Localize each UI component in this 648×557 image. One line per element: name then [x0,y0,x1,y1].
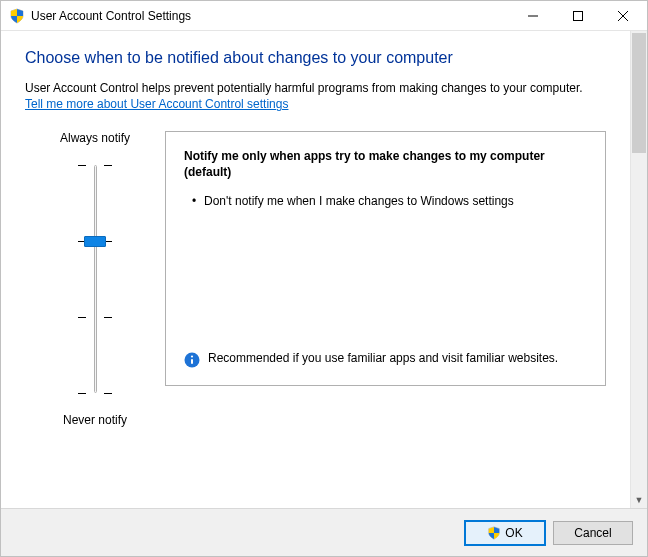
svg-rect-5 [191,359,193,364]
scroll-down-arrow-icon[interactable]: ▼ [631,491,647,508]
maximize-button[interactable] [555,1,600,30]
level-bullet-text: Don't notify me when I make changes to W… [204,194,514,208]
vertical-scrollbar[interactable]: ▲ ▼ [630,31,647,508]
button-strip: OK Cancel [1,508,647,556]
cancel-button-label: Cancel [574,526,611,540]
content-area: Choose when to be notified about changes… [1,31,630,508]
ok-button-label: OK [505,526,522,540]
scrollbar-thumb[interactable] [632,33,646,153]
bullet-icon: • [184,194,204,208]
shield-icon [487,526,501,540]
window-title: User Account Control Settings [31,9,510,23]
level-bullet: • Don't notify me when I make changes to… [184,194,587,208]
cancel-button[interactable]: Cancel [553,521,633,545]
slider-tick [78,393,86,394]
page-description: User Account Control helps prevent poten… [25,81,606,95]
shield-icon [9,8,25,24]
slider-groove [94,165,97,393]
slider-bottom-label: Never notify [63,413,127,427]
info-icon [184,352,200,371]
slider-thumb[interactable] [84,236,106,247]
settings-row: Always notify Never notify Notify me onl… [25,131,606,427]
window-controls [510,1,645,30]
svg-point-6 [191,355,193,357]
page-heading: Choose when to be notified about changes… [25,49,606,67]
slider-top-label: Always notify [60,131,130,145]
slider-column: Always notify Never notify [25,131,165,427]
notification-level-slider[interactable] [75,159,115,399]
slider-tick [104,393,112,394]
titlebar: User Account Control Settings [1,1,647,31]
slider-tick [78,317,86,318]
minimize-button[interactable] [510,1,555,30]
close-button[interactable] [600,1,645,30]
ok-button[interactable]: OK [465,521,545,545]
level-title: Notify me only when apps try to make cha… [184,148,587,180]
slider-tick [78,165,86,166]
help-link[interactable]: Tell me more about User Account Control … [25,97,288,111]
svg-rect-1 [573,11,582,20]
level-description-panel: Notify me only when apps try to make cha… [165,131,606,386]
level-recommendation-text: Recommended if you use familiar apps and… [208,351,558,365]
level-recommendation: Recommended if you use familiar apps and… [184,351,587,371]
slider-tick [104,317,112,318]
slider-tick [104,165,112,166]
